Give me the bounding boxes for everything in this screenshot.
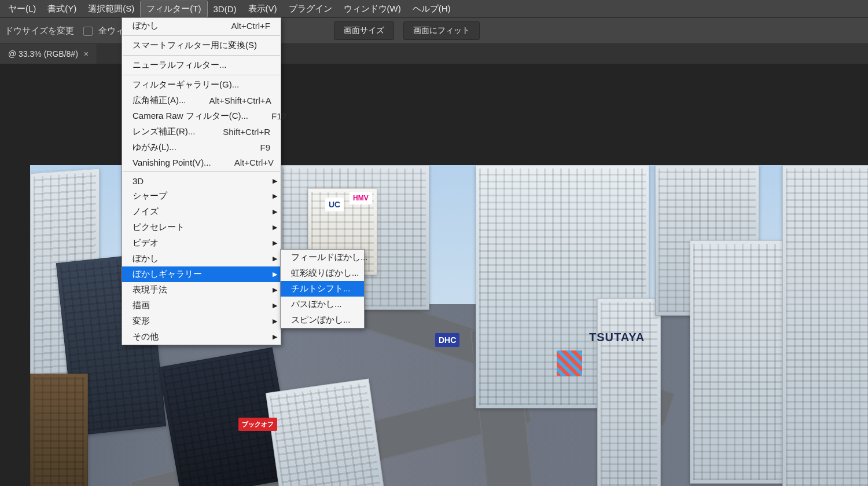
filter-menu-item[interactable]: ぼかしギャラリー▶ — [122, 266, 281, 282]
filter-menu-item[interactable]: 表現手法▶ — [122, 282, 281, 298]
filter-menu-item[interactable]: 広角補正(A)...Alt+Shift+Ctrl+A — [122, 93, 281, 108]
menu-item-shortcut: Alt+Ctrl+F — [208, 21, 270, 31]
screen-size-button[interactable]: 画面サイズ — [334, 21, 394, 40]
menu-item-label: レンズ補正(R)... — [133, 126, 195, 137]
filter-menu-item[interactable]: ニューラルフィルター... — [122, 57, 281, 73]
document-tab[interactable]: @ 33.3% (RGB/8#) × — [0, 44, 97, 64]
filter-menu-item[interactable]: ぼかし▶ — [122, 251, 281, 266]
menu-item-label: スピンぼかし... — [291, 315, 351, 326]
submenu-arrow-icon: ▶ — [273, 333, 277, 341]
menu-item-label: チルトシフト... — [291, 283, 351, 294]
menu-item-label: その他 — [133, 331, 159, 342]
fit-screen-button[interactable]: 画面にフィット — [403, 21, 480, 40]
filter-dropdown: ぼかしAlt+Ctrl+Fスマートフィルター用に変換(S)ニューラルフィルター.… — [122, 17, 281, 345]
filter-menu-item[interactable]: Camera Raw フィルター(C)...F12 — [122, 108, 281, 124]
blur-gallery-menu-item[interactable]: パスぼかし... — [281, 297, 364, 312]
filter-menu-item[interactable]: ビデオ▶ — [122, 235, 281, 251]
submenu-arrow-icon: ▶ — [273, 255, 277, 262]
menu-item-shortcut: Shift+Ctrl+R — [200, 127, 270, 137]
submenu-arrow-icon: ▶ — [273, 177, 277, 185]
menu-item-label: 描画 — [133, 300, 150, 311]
menu-separator — [123, 75, 280, 75]
menu-item-label: ビデオ — [133, 237, 159, 249]
submenu-arrow-icon: ▶ — [273, 317, 277, 325]
uc-sign: UC — [325, 198, 344, 211]
filter-menu-item[interactable]: ノイズ▶ — [122, 204, 281, 220]
submenu-arrow-icon: ▶ — [273, 302, 277, 309]
menu-3d[interactable]: 3D(D) — [208, 2, 242, 16]
blur-gallery-menu-item[interactable]: スピンぼかし... — [281, 312, 364, 328]
menu-item-shortcut: Alt+Ctrl+V — [211, 158, 274, 167]
menu-format[interactable]: 書式(Y) — [42, 1, 82, 17]
submenu-arrow-icon: ▶ — [273, 271, 277, 278]
blur-gallery-menu-item[interactable]: フィールドぼかし... — [281, 250, 364, 265]
filter-menu-item[interactable]: シャープ▶ — [122, 188, 281, 204]
menu-item-shortcut: Alt+Shift+Ctrl+A — [186, 96, 271, 105]
filter-menu-item[interactable]: Vanishing Point(V)...Alt+Ctrl+V — [122, 155, 281, 170]
filter-menu-item[interactable]: ピクセレート▶ — [122, 220, 281, 235]
filter-menu-item[interactable]: フィルターギャラリー(G)... — [122, 77, 281, 93]
menu-item-label: シャープ — [133, 191, 167, 202]
filter-menu-item[interactable]: その他▶ — [122, 329, 281, 345]
menu-separator — [123, 35, 280, 36]
menu-item-label: ぼかし — [133, 20, 159, 31]
filter-menu-item[interactable]: ぼかしAlt+Ctrl+F — [122, 18, 281, 34]
menu-filter[interactable]: フィルター(T) — [140, 1, 207, 17]
menu-window[interactable]: ウィンドウ(W) — [338, 1, 407, 17]
menu-item-label: Vanishing Point(V)... — [133, 158, 211, 167]
submenu-arrow-icon: ▶ — [273, 286, 277, 294]
menu-select[interactable]: 選択範囲(S) — [82, 1, 140, 17]
menu-item-label: スマートフィルター用に変換(S) — [133, 40, 257, 51]
submenu-arrow-icon: ▶ — [273, 224, 277, 231]
filter-menu-item[interactable]: スマートフィルター用に変換(S) — [122, 38, 281, 53]
menu-item-label: 表現手法 — [133, 284, 167, 295]
filter-menu-item[interactable]: ゆがみ(L)...F9 — [122, 140, 281, 155]
menu-plugins[interactable]: プラグイン — [283, 1, 338, 17]
menu-layer[interactable]: ヤー(L) — [2, 1, 42, 17]
filter-menu-item[interactable]: 描画▶ — [122, 298, 281, 313]
menu-view[interactable]: 表示(V) — [242, 1, 283, 17]
dhc-sign: DHC — [435, 333, 459, 347]
submenu-arrow-icon: ▶ — [273, 208, 277, 215]
filter-menu-item[interactable]: 3D▶ — [122, 174, 281, 188]
menu-item-shortcut: F9 — [237, 142, 270, 152]
blur-gallery-submenu: フィールドぼかし...虹彩絞りぼかし...チルトシフト...パスぼかし...スピ… — [280, 249, 365, 328]
menu-item-label: ピクセレート — [133, 222, 185, 233]
menu-separator — [123, 171, 280, 172]
checkbox-icon — [83, 27, 93, 36]
menu-item-label: Camera Raw フィルター(C)... — [133, 111, 248, 122]
blur-gallery-menu-item[interactable]: チルトシフト... — [281, 281, 364, 297]
menu-item-shortcut: F12 — [248, 111, 286, 121]
menu-item-label: パスぼかし... — [291, 299, 342, 310]
menu-item-label: 広角補正(A)... — [133, 95, 186, 106]
menu-item-label: ぼかし — [133, 253, 159, 264]
document-tab-title: @ 33.3% (RGB/8#) — [8, 49, 78, 59]
filter-menu-item[interactable]: 変形▶ — [122, 313, 281, 329]
menu-separator — [123, 55, 280, 56]
menu-item-label: フィールドぼかし... — [291, 252, 368, 263]
submenu-arrow-icon: ▶ — [273, 192, 277, 200]
menu-item-label: フィルターギャラリー(G)... — [133, 79, 239, 90]
filter-menu-item[interactable]: レンズ補正(R)...Shift+Ctrl+R — [122, 124, 281, 140]
blur-gallery-menu-item[interactable]: 虹彩絞りぼかし... — [281, 265, 364, 281]
menu-item-label: ぼかしギャラリー — [133, 269, 202, 280]
close-icon[interactable]: × — [84, 49, 89, 59]
tsutaya-sign: TSUTAYA — [586, 328, 648, 346]
resize-window-label: ドウサイズを変更 — [5, 25, 74, 36]
menu-item-label: ゆがみ(L)... — [133, 142, 176, 153]
submenu-arrow-icon: ▶ — [273, 239, 277, 247]
menu-item-label: 3D — [133, 176, 144, 186]
menu-item-label: ノイズ — [133, 206, 159, 217]
menu-item-label: 虹彩絞りぼかし... — [291, 268, 359, 279]
menu-item-label: 変形 — [133, 316, 150, 327]
menu-bar: ヤー(L) 書式(Y) 選択範囲(S) フィルター(T) 3D(D) 表示(V)… — [0, 0, 868, 18]
menu-item-label: ニューラルフィルター... — [133, 60, 227, 71]
menu-help[interactable]: ヘルプ(H) — [407, 1, 457, 17]
